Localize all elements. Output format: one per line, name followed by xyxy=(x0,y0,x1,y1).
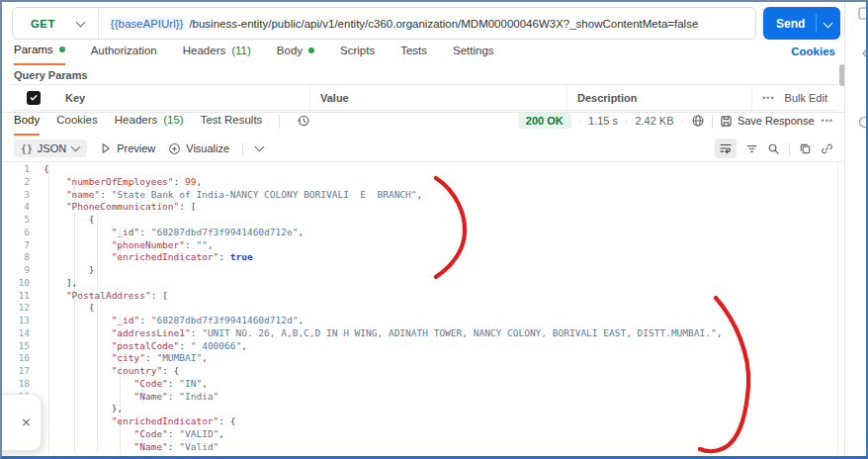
close-icon[interactable]: × xyxy=(21,414,32,429)
code-line: 19 "Name": "India" xyxy=(2,391,837,404)
cookies-link[interactable]: Cookies xyxy=(791,46,835,57)
tab-response-headers-count: (15) xyxy=(163,114,183,126)
rail-collapse-icon[interactable] xyxy=(860,47,868,59)
params-actions: ••• Bulk Edit xyxy=(752,85,837,110)
line-number: 18 xyxy=(2,378,38,391)
response-size[interactable]: 2.42 KB xyxy=(635,115,673,127)
url-input[interactable]: {{baseAPIUrl}} /business-entity/public/a… xyxy=(99,18,698,30)
tab-test-results[interactable]: Test Results xyxy=(201,114,263,134)
query-params-table: Key Value Description ••• Bulk Edit xyxy=(12,84,837,111)
format-selector[interactable]: { } JSON xyxy=(14,139,87,157)
chevron-down-icon[interactable] xyxy=(824,19,833,29)
column-header-description[interactable]: Description xyxy=(567,85,752,110)
tab-settings[interactable]: Settings xyxy=(453,44,494,65)
separator-dot: · xyxy=(578,116,581,127)
code-line: 5 { xyxy=(2,214,837,227)
tab-scripts[interactable]: Scripts xyxy=(340,44,375,65)
tab-response-cookies-label: Cookies xyxy=(56,114,98,126)
more-options-icon[interactable]: ••• xyxy=(762,93,774,103)
divider xyxy=(816,14,817,33)
select-all-checkbox[interactable] xyxy=(27,91,41,105)
braces-icon: { } xyxy=(22,143,32,154)
link-icon[interactable] xyxy=(821,142,833,155)
code-line: 15 "postalCode": " 400066", xyxy=(2,340,837,353)
response-meta: 200 OK · 1.15 s · 2.42 KB · Save Respons… xyxy=(518,113,833,129)
column-header-value[interactable]: Value xyxy=(310,85,567,110)
code-line: 11 "PostalAddress": [ xyxy=(2,290,837,303)
chevron-down-icon[interactable] xyxy=(255,142,265,152)
send-button[interactable]: Send xyxy=(763,7,840,40)
code-line: 20 }, xyxy=(2,403,837,415)
line-number: 3 xyxy=(2,189,38,202)
tab-scripts-label: Scripts xyxy=(340,45,375,56)
save-response-button[interactable]: Save Response xyxy=(720,115,815,128)
response-time[interactable]: 1.15 s xyxy=(588,115,618,127)
tab-headers[interactable]: Headers (11) xyxy=(183,44,251,65)
json-response-viewer[interactable]: 1{2 "numberOfEmployees": 99,3 "name": "S… xyxy=(2,163,837,454)
code-line: 3 "name": "State Bank of India-NANCY COL… xyxy=(2,189,837,202)
line-number: 1 xyxy=(2,163,38,176)
column-header-key[interactable]: Key xyxy=(55,85,310,110)
line-number: 10 xyxy=(2,277,38,290)
line-number: 7 xyxy=(2,239,38,252)
url-variable[interactable]: {{baseAPIUrl}} xyxy=(109,18,186,30)
code-line: 2 "numberOfEmployees": 99, xyxy=(2,176,837,189)
save-response-label: Save Response xyxy=(738,115,815,127)
more-options-icon[interactable]: ••• xyxy=(822,116,833,126)
request-tabs: Params Authorization Headers (11) Body S… xyxy=(14,44,494,65)
request-url-bar: GET {{baseAPIUrl}} /business-entity/publ… xyxy=(12,7,756,40)
tab-headers-label: Headers xyxy=(183,45,225,56)
tab-tests[interactable]: Tests xyxy=(400,44,427,65)
tab-tests-label: Tests xyxy=(400,45,427,56)
green-dot-icon xyxy=(59,46,65,52)
code-line: 12 { xyxy=(2,302,837,315)
select-all-cell xyxy=(12,85,55,110)
rail-help-icon[interactable] xyxy=(858,116,868,129)
filter-icon[interactable] xyxy=(745,142,758,155)
wrap-lines-icon[interactable] xyxy=(715,138,737,158)
divider xyxy=(2,161,844,162)
tab-response-cookies[interactable]: Cookies xyxy=(56,114,98,134)
divider xyxy=(279,115,280,129)
tab-body-label: Body xyxy=(277,45,303,56)
search-icon[interactable] xyxy=(767,142,780,155)
code-line: 18 "Code": "IN", xyxy=(2,378,837,391)
network-globe-icon[interactable] xyxy=(691,114,705,128)
divider xyxy=(837,163,838,454)
line-number: 8 xyxy=(2,251,38,264)
tab-response-body[interactable]: Body xyxy=(14,114,40,136)
notification-toast: × xyxy=(0,394,42,451)
method-selector[interactable]: GET xyxy=(13,8,99,39)
status-badge[interactable]: 200 OK xyxy=(518,113,571,129)
tab-body[interactable]: Body xyxy=(277,44,314,65)
rail-panel-icon[interactable] xyxy=(858,7,868,20)
tab-authorization[interactable]: Authorization xyxy=(91,44,157,65)
bulk-edit-button[interactable]: Bulk Edit xyxy=(785,92,827,104)
url-path: /business-entity/public/api/v1/entity/c3… xyxy=(189,18,698,30)
send-label: Send xyxy=(763,17,805,31)
divider xyxy=(712,115,713,129)
line-number: 13 xyxy=(2,315,38,327)
code-line: 17 "country": { xyxy=(2,365,837,378)
line-number: 11 xyxy=(2,290,38,303)
postman-request-window: GET {{baseAPIUrl}} /business-entity/publ… xyxy=(0,0,868,459)
line-number: 14 xyxy=(2,327,38,340)
line-number: 15 xyxy=(2,340,38,353)
code-line: 7 "phoneNumber": "", xyxy=(2,239,837,252)
response-view-tools xyxy=(715,138,833,158)
visualize-label: Visualize xyxy=(186,142,229,154)
tab-params[interactable]: Params xyxy=(14,44,65,65)
tab-params-label: Params xyxy=(14,44,53,55)
divider xyxy=(242,142,243,156)
copy-icon[interactable] xyxy=(799,142,812,155)
line-number: 5 xyxy=(2,214,38,227)
response-toolbar: { } JSON Preview Visualize xyxy=(14,139,263,157)
line-number: 6 xyxy=(2,227,38,239)
divider xyxy=(789,142,790,156)
preview-button[interactable]: Preview xyxy=(100,142,155,154)
history-icon[interactable] xyxy=(297,114,310,128)
visualize-button[interactable]: Visualize xyxy=(168,142,229,155)
code-line: 4 "PhoneCommunication": [ xyxy=(2,201,837,214)
tab-response-body-label: Body xyxy=(14,114,40,126)
tab-response-headers[interactable]: Headers (15) xyxy=(115,114,184,134)
